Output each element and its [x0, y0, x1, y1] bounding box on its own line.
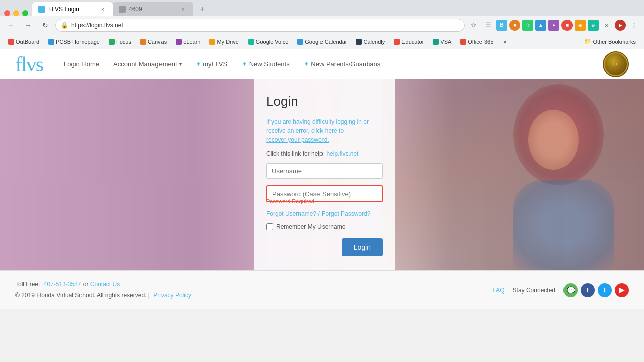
extension-5-icon[interactable]: ● — [548, 20, 559, 31]
phone-link[interactable]: 407-513-3587 — [44, 281, 82, 288]
extension-6-icon[interactable]: ■ — [561, 20, 573, 31]
footer-copyright-line: © 2019 Florida Virtual School. All right… — [15, 290, 191, 301]
site-nav: Login Home Account Management ▾ ✦ myFLVS… — [58, 56, 386, 72]
menu-icon[interactable]: ⋮ — [628, 19, 640, 31]
reading-list-icon[interactable]: ☰ — [482, 19, 494, 31]
username-input[interactable] — [266, 163, 383, 179]
bookmark-outboard-label: OutBoard — [16, 39, 39, 45]
refresh-button[interactable]: ↻ — [38, 18, 52, 32]
bookmark-pcsb[interactable]: PCSB Homepage — [44, 37, 104, 46]
browser-tab-flvs-login[interactable]: FLVS Login × — [32, 2, 113, 16]
contact-us-link[interactable]: Contact Us — [90, 281, 120, 288]
privacy-policy-link[interactable]: Privacy Policy — [153, 292, 191, 299]
bookmark-gvoice-favicon — [248, 39, 254, 45]
bookmark-gcal-label: Google Calendar — [305, 39, 347, 45]
bookmark-mydrive-favicon — [209, 39, 215, 45]
extension-3-icon[interactable]: ◇ — [522, 20, 533, 31]
social-chat-icon[interactable]: 💬 — [564, 283, 578, 297]
nav-new-parents[interactable]: ✦ New Parents/Guardians — [298, 56, 387, 72]
faq-link[interactable]: FAQ — [493, 287, 505, 294]
nav-myflvs[interactable]: ✦ myFLVS — [190, 56, 234, 72]
help-flvs-link[interactable]: help.flvs.net — [326, 150, 358, 157]
bookmark-gcal[interactable]: Google Calendar — [293, 37, 351, 46]
florida-seal: FL — [603, 51, 629, 77]
bookmark-calendly[interactable]: Calendly — [352, 37, 389, 46]
more-bookmarks-btn[interactable]: » — [499, 37, 510, 46]
user-avatar-icon[interactable]: ▶ — [615, 20, 626, 31]
tab-close-2[interactable]: × — [179, 5, 187, 13]
remember-username-checkbox[interactable] — [266, 223, 273, 230]
bookmark-canvas[interactable]: Canvas — [136, 37, 171, 46]
nav-new-parents-icon: ✦ — [304, 60, 309, 68]
bookmark-vsa-favicon — [433, 39, 439, 45]
bookmark-vsa[interactable]: VSA — [429, 37, 455, 46]
bookmark-focus[interactable]: Focus — [105, 37, 135, 46]
login-help-text: If you are having difficulty logging in … — [266, 117, 383, 144]
back-button[interactable]: ← — [4, 18, 18, 32]
password-field-wrapper: Password Required — [266, 185, 383, 204]
nav-account-management[interactable]: Account Management ▾ — [107, 56, 187, 72]
footer-left: Toll Free: 407-513-3587 or Contact Us © … — [15, 279, 191, 301]
extension-7-icon[interactable]: ◉ — [575, 20, 586, 31]
bookmark-educator[interactable]: Educator — [390, 37, 428, 46]
window-maximize-button[interactable] — [22, 10, 28, 16]
bookmark-outboard-favicon — [8, 39, 14, 45]
browser-tab-4609[interactable]: 4609 × — [113, 2, 193, 16]
star-icon[interactable]: ☆ — [468, 19, 480, 31]
bookmark-outboard[interactable]: OutBoard — [4, 37, 43, 46]
social-facebook-icon[interactable]: f — [581, 283, 595, 297]
other-bookmarks-label: Other Bookmarks — [593, 39, 636, 45]
bookmark-canvas-favicon — [140, 39, 146, 45]
social-twitter-icon[interactable]: t — [598, 283, 612, 297]
nav-myflvs-label: myFLVS — [203, 60, 227, 68]
nav-myflvs-icon: ✦ — [196, 60, 201, 68]
new-tab-button[interactable]: + — [195, 2, 209, 16]
flvs-logo[interactable]: flvs — [15, 52, 43, 76]
footer-links: FAQ Stay Connected — [493, 287, 555, 294]
address-bar[interactable]: 🔒 https://login.flvs.net — [55, 19, 465, 32]
bookmark-pcsb-favicon — [48, 39, 54, 45]
footer-or-label: or — [83, 281, 90, 288]
stay-connected-label: Stay Connected — [513, 287, 555, 294]
tab-label-1: FLVS Login — [48, 6, 79, 13]
bookmark-elearn[interactable]: eLearn — [172, 37, 204, 46]
nav-new-students-icon: ✦ — [242, 60, 247, 68]
tab-close-1[interactable]: × — [99, 5, 107, 13]
recover-password-link[interactable]: recover your password. — [266, 136, 329, 143]
bookmark-mydrive[interactable]: My Drive — [205, 37, 243, 46]
extension-4-icon[interactable]: ▲ — [535, 20, 546, 31]
florida-seal-inner: FL — [604, 52, 628, 76]
nav-new-students-label: New Students — [249, 60, 290, 68]
forward-button[interactable]: → — [21, 18, 35, 32]
forgot-username-link[interactable]: Forgot Username? — [266, 210, 316, 217]
bookmark-pcsb-label: PCSB Homepage — [56, 39, 100, 45]
extension-2-icon[interactable]: ■ — [509, 20, 520, 31]
tab-favicon-2 — [119, 6, 126, 13]
remember-username-label: Remember My Username — [276, 223, 345, 230]
nav-login-home[interactable]: Login Home — [58, 56, 105, 72]
bookmarks-bar: OutBoard PCSB Homepage Focus Canvas eLea… — [0, 34, 644, 49]
bookmark-office365[interactable]: Office 365 — [456, 37, 497, 46]
nav-account-management-label: Account Management — [113, 60, 177, 68]
login-title: Login — [266, 94, 383, 109]
social-youtube-icon[interactable]: ▶ — [615, 283, 629, 297]
login-help-text-body: If you are having difficulty logging in … — [266, 118, 369, 143]
window-minimize-button[interactable] — [13, 10, 19, 16]
bookmark-calendly-favicon — [356, 39, 362, 45]
site-header: flvs Login Home Account Management ▾ ✦ m… — [0, 49, 644, 79]
tab-favicon-1 — [38, 6, 45, 13]
other-bookmarks-btn[interactable]: 📁 Other Bookmarks — [580, 37, 640, 46]
nav-new-students[interactable]: ✦ New Students — [235, 56, 296, 72]
login-help-link: Click this link for help: help.flvs.net — [266, 150, 383, 157]
bookmark-gvoice-label: Google Voice — [256, 39, 288, 45]
bookmark-gvoice[interactable]: Google Voice — [244, 37, 292, 46]
dropdown-arrow-icon: ▾ — [179, 61, 182, 67]
bookmark-educator-favicon — [394, 39, 400, 45]
extension-8-icon[interactable]: ⊕ — [588, 20, 599, 31]
more-extensions-icon[interactable]: » — [601, 19, 613, 31]
extension-1-icon[interactable]: B — [496, 20, 507, 31]
bookmark-office365-favicon — [460, 39, 466, 45]
forgot-password-link[interactable]: Forgot Password? — [321, 210, 370, 217]
login-button[interactable]: Login — [342, 238, 383, 256]
window-close-button[interactable] — [4, 10, 10, 16]
